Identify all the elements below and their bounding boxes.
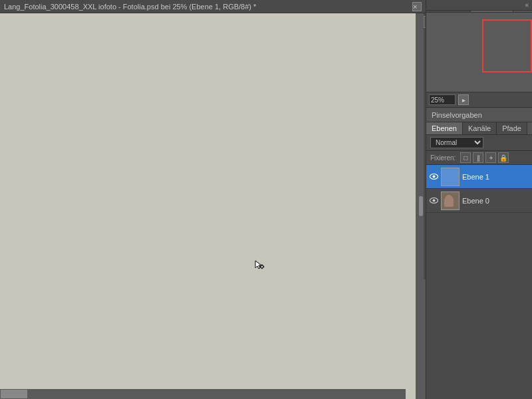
hscroll-thumb[interactable] <box>1 390 27 398</box>
tab-ebenen[interactable]: Ebenen <box>426 122 463 134</box>
layer-tab-bar: Ebenen Kanäle Pfade <box>426 122 532 135</box>
layer-visibility-ebene0[interactable] <box>429 196 438 205</box>
layer-name-ebene0: Ebene 0 <box>462 197 489 205</box>
layer-thumbnail-ebene0 <box>441 192 460 210</box>
canvas-cursor <box>254 259 265 270</box>
navigator-preview <box>426 13 532 92</box>
svg-marker-0 <box>255 261 261 269</box>
fix-button-plus[interactable]: + <box>485 152 496 163</box>
svg-rect-1 <box>260 265 264 269</box>
fix-button-lines[interactable]: ∥ <box>473 152 483 163</box>
fix-button-lock[interactable]: 🔒 <box>498 152 509 163</box>
fixieren-bar: Fixieren: □ ∥ + 🔒 <box>426 151 532 165</box>
fix-button-square[interactable]: □ <box>460 152 471 163</box>
svg-point-14 <box>432 200 435 202</box>
layers-list: Ebene 1 Ebene 0 <box>426 165 532 399</box>
pinselvorgaben-label: Pinselvorgaben <box>432 111 482 119</box>
layer-visibility-ebene1[interactable] <box>429 172 438 182</box>
title-bar: Lang_Fotolia_3000458_XXL iofoto - Fotoli… <box>0 0 426 13</box>
layer-item-ebene0[interactable]: Ebene 0 <box>426 189 532 213</box>
layer-name-ebene1: Ebene 1 <box>462 173 489 181</box>
right-panel: « Farbfelder Navigator ▸ Pinselvorgaben … <box>426 0 532 399</box>
blend-mode-bar: Normal Auflösen Abdunkeln Multiplizieren <box>426 135 532 151</box>
blend-mode-select[interactable]: Normal Auflösen Abdunkeln Multiplizieren <box>430 137 483 148</box>
layer-item-ebene1[interactable]: Ebene 1 <box>426 165 532 189</box>
tab-kanale[interactable]: Kanäle <box>463 122 497 134</box>
fixieren-label: Fixieren: <box>430 154 456 162</box>
zoom-bar: ▸ <box>426 92 532 108</box>
horizontal-scrollbar[interactable] <box>0 389 406 399</box>
tab-pfade[interactable]: Pfade <box>497 122 527 134</box>
document-title: Lang_Fotolia_3000458_XXL iofoto - Fotoli… <box>4 3 412 11</box>
panel-collapse-button[interactable]: « <box>426 0 532 11</box>
zoom-input[interactable] <box>429 94 456 105</box>
nav-viewport-box[interactable] <box>482 19 532 72</box>
canvas-area <box>0 13 416 399</box>
layer-thumbnail-ebene1 <box>441 168 460 186</box>
zoom-slider-button[interactable]: ▸ <box>458 94 469 105</box>
divider-handle[interactable] <box>419 196 423 216</box>
tab-close-button[interactable]: × <box>412 2 422 11</box>
pinselvorgaben-bar[interactable]: Pinselvorgaben <box>426 108 532 122</box>
svg-point-12 <box>432 176 435 178</box>
